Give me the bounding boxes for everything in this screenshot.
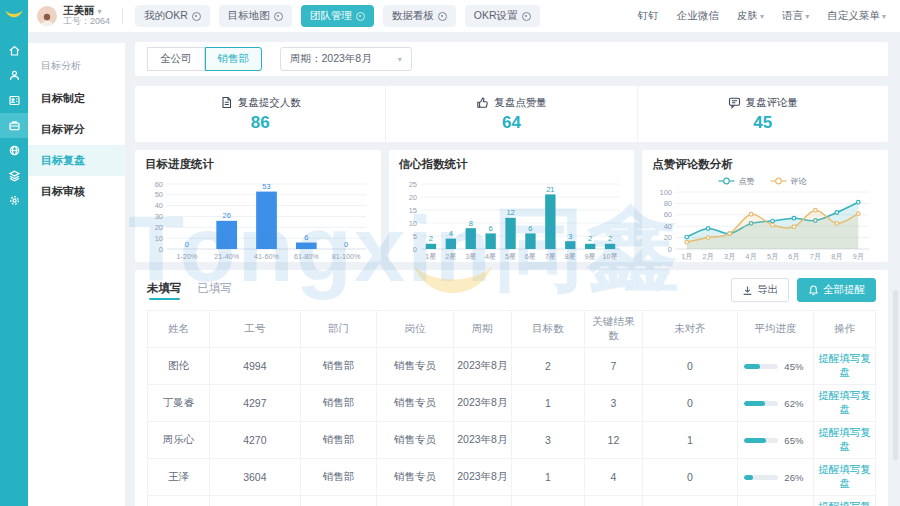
home-icon[interactable]	[0, 38, 28, 63]
table-row: 周乐心 4270 销售部 销售专员 2023年8月 3 12 1 65%	[148, 422, 876, 459]
period-select[interactable]: 周期：2023年8月 ▾	[280, 47, 412, 71]
sidebar-menu-item[interactable]: 目标审核	[28, 176, 125, 207]
sidebar-menu: 目标制定 目标评分 目标复盘 目标审核	[28, 83, 125, 207]
svg-text:9星: 9星	[584, 252, 595, 261]
cell-kr-count: 3	[584, 385, 642, 422]
cell-progress: 26%	[737, 459, 813, 496]
svg-text:20: 20	[664, 233, 672, 242]
cell-goal-count: 2	[511, 348, 584, 385]
scrollbar[interactable]	[893, 290, 898, 460]
nav-tab[interactable]: OKR设置	[465, 5, 540, 27]
stat-like-count: 复盘点赞量 64	[386, 86, 637, 142]
cell-unaligned: 0	[643, 496, 738, 506]
top-link[interactable]: 自定义菜单	[827, 9, 886, 23]
cell-name: 王泽	[148, 459, 210, 496]
progress-label: 45%	[784, 361, 806, 372]
cell-role: 销售专员	[377, 348, 453, 385]
sidebar-menu-item[interactable]: 目标复盘	[28, 145, 125, 176]
file-icon	[220, 96, 233, 109]
svg-text:5月: 5月	[767, 252, 778, 261]
svg-text:81-100%: 81-100%	[332, 252, 361, 261]
svg-text:0: 0	[344, 240, 348, 249]
svg-text:6: 6	[488, 224, 492, 233]
top-link[interactable]: 皮肤	[737, 9, 764, 23]
nav-tab[interactable]: 团队管理	[301, 5, 374, 27]
user-id: 工号：2064	[63, 17, 110, 27]
table-column-header: 周期	[453, 311, 511, 348]
svg-text:2月: 2月	[703, 252, 714, 261]
globe-icon[interactable]	[0, 138, 28, 163]
thumbs-up-icon	[476, 96, 489, 109]
comment-icon	[728, 96, 741, 109]
remind-link[interactable]: 提醒填写复盘	[818, 389, 871, 415]
top-link[interactable]: 语言	[782, 9, 809, 23]
sidebar-menu-item[interactable]: 目标评分	[28, 114, 125, 145]
idcard-icon[interactable]	[0, 88, 28, 113]
export-button[interactable]: 导出	[731, 278, 789, 302]
remind-link[interactable]: 提醒填写复盘	[818, 500, 871, 506]
target-icon	[522, 12, 531, 21]
cell-employee-id: 3307	[209, 496, 300, 506]
cell-name: 李怡悦	[148, 496, 210, 506]
primary-nav: 我的OKR 目标地图 团队管理 数据看板 OKR设置	[135, 5, 540, 27]
top-links: 钉钉 企业微信 皮肤 语言 自定义菜单	[638, 9, 886, 23]
goal-progress-chart-card: 目标进度统计 010203040506001-20%2621-40%5341-6…	[135, 150, 381, 262]
remind-all-button[interactable]: 全部提醒	[797, 278, 876, 302]
target-icon	[356, 12, 365, 21]
progress-label: 65%	[784, 435, 806, 446]
likes-comments-line-chart: 0204060801001月2月3月4月5月6月7月8月9月点赞评论	[652, 174, 877, 262]
svg-text:评论: 评论	[791, 177, 807, 186]
avatar[interactable]	[37, 6, 57, 26]
svg-text:21: 21	[546, 185, 554, 194]
remind-link[interactable]: 提醒填写复盘	[818, 463, 871, 489]
svg-text:4: 4	[448, 229, 452, 238]
user-meta[interactable]: 王美丽 ▾ 工号：2064	[63, 5, 110, 28]
table-row: 图伦 4994 销售部 销售专员 2023年8月 2 7 0 45%	[148, 348, 876, 385]
nav-tab[interactable]: 目标地图	[219, 5, 292, 27]
svg-text:6: 6	[528, 224, 532, 233]
scope-button[interactable]: 全公司	[147, 47, 205, 71]
cell-department: 销售部	[300, 496, 376, 506]
chart-title: 信心指数统计	[399, 157, 625, 172]
cell-department: 销售部	[300, 348, 376, 385]
cell-department: 销售部	[300, 459, 376, 496]
cell-kr-count: 4	[584, 496, 642, 506]
app-logo[interactable]	[0, 0, 28, 30]
team-icon[interactable]	[0, 63, 28, 88]
svg-text:26: 26	[223, 211, 231, 220]
cell-employee-id: 4270	[209, 422, 300, 459]
table-column-header: 平均进度	[737, 311, 813, 348]
scope-button[interactable]: 销售部	[205, 47, 263, 71]
cell-period: 2023年8月	[453, 496, 511, 506]
stat-value: 64	[502, 113, 521, 133]
stat-value: 45	[753, 113, 772, 133]
nav-tab[interactable]: 我的OKR	[135, 5, 210, 27]
nav-tab-label: 目标地图	[228, 9, 270, 23]
target-icon	[274, 12, 283, 21]
nav-tab[interactable]: 数据看板	[383, 5, 456, 27]
svg-text:7星: 7星	[544, 252, 555, 261]
stat-submit-count: 复盘提交人数 86	[135, 86, 386, 142]
top-link[interactable]: 钉钉	[638, 9, 659, 23]
svg-text:60: 60	[664, 210, 672, 219]
cell-role: 销售专员	[377, 385, 453, 422]
members-table: 姓名工号部门岗位周期目标数关键结果数未对齐平均进度操作 图伦 4994 销售部 …	[147, 310, 876, 506]
briefcase-icon[interactable]	[0, 113, 28, 138]
cell-progress: 78%	[737, 496, 813, 506]
gear-icon[interactable]	[0, 188, 28, 213]
tab-unfilled[interactable]: 未填写	[147, 281, 182, 300]
table-column-header: 关键结果数	[584, 311, 642, 348]
remind-link[interactable]: 提醒填写复盘	[818, 426, 871, 452]
remind-link[interactable]: 提醒填写复盘	[818, 352, 871, 378]
nav-tab-label: 我的OKR	[144, 9, 188, 23]
svg-text:1星: 1星	[425, 252, 436, 261]
chevron-down-icon: ▾	[398, 55, 402, 64]
svg-text:8星: 8星	[564, 252, 575, 261]
layers-icon[interactable]	[0, 163, 28, 188]
sidebar-menu-item[interactable]: 目标制定	[28, 83, 125, 114]
nav-tab-label: 团队管理	[310, 9, 352, 23]
svg-text:80: 80	[664, 199, 672, 208]
svg-text:7月: 7月	[810, 252, 821, 261]
top-link[interactable]: 企业微信	[677, 9, 719, 23]
tab-filled[interactable]: 已填写	[198, 281, 233, 300]
